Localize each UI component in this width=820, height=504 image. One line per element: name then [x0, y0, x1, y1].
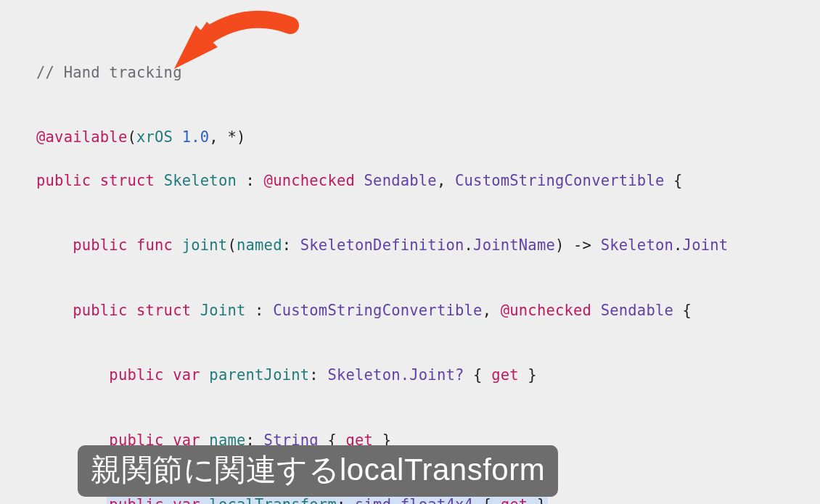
attr-available: @available [36, 128, 127, 146]
kw-get: get [491, 366, 519, 384]
punct [173, 128, 182, 146]
type-csc: CustomStringConvertible [455, 172, 664, 189]
indent [36, 302, 73, 319]
type-joint: Joint [200, 302, 246, 319]
type-joint: Joint [683, 236, 729, 254]
punct: : [337, 496, 355, 504]
punct: ) [555, 236, 565, 254]
kw-func: func [136, 236, 173, 254]
punct [155, 172, 164, 189]
punct: . [673, 236, 683, 254]
punct [164, 496, 173, 504]
punct: . [464, 236, 474, 254]
ident-joint: joint [182, 236, 228, 254]
punct [200, 496, 210, 504]
type-csc: CustomStringConvertible [273, 302, 482, 319]
kw-public: public [73, 236, 127, 254]
punct [127, 236, 136, 254]
punct: } [528, 496, 546, 504]
param-named: named [237, 236, 282, 254]
ident-localtransform: localTransform [209, 496, 337, 504]
kw-var: var [173, 366, 200, 384]
code-line-struct: public struct Skeleton : @unchecked Send… [36, 170, 820, 192]
punct: : [282, 236, 300, 254]
punct: ( [127, 128, 136, 146]
kw-var: var [173, 496, 200, 504]
punct: } [519, 366, 537, 384]
kw-public: public [36, 172, 91, 189]
punct: , [437, 172, 455, 189]
kw-get: get [501, 496, 528, 504]
indent [36, 366, 109, 384]
arrow-op: -> [565, 236, 601, 254]
kw-struct: struct [100, 172, 155, 189]
punct: : [246, 302, 274, 319]
code-line-joint-struct: public struct Joint : CustomStringConver… [36, 300, 820, 322]
punct [91, 172, 100, 189]
punct: , *) [209, 128, 245, 146]
punct: : [309, 366, 327, 384]
punct: ( [227, 236, 237, 254]
type-sendable: Sendable [364, 172, 437, 189]
ident-parentjoint: parentJoint [209, 366, 309, 384]
punct [200, 366, 210, 384]
type-jointname: JointName [473, 236, 555, 254]
attr-unchecked: @unchecked [501, 302, 591, 319]
punct [164, 366, 173, 384]
type: simd_float4x4 [355, 496, 473, 504]
code-line-available: @available(xrOS 1.0, *) [36, 127, 820, 149]
type-skeleton: Skeleton [601, 236, 673, 254]
punct [127, 302, 136, 319]
type-skeleton: Skeleton [164, 172, 237, 189]
caption-text: 親関節に関連するlocalTransform [91, 453, 545, 487]
kw-struct: struct [136, 302, 191, 319]
code-line-var-parentjoint: public var parentJoint: Skeleton.Joint? … [36, 365, 820, 387]
indent [36, 496, 109, 504]
version: 1.0 [182, 128, 210, 146]
punct: : [237, 172, 264, 189]
punct [191, 302, 200, 319]
comment-text: // Hand tracking [36, 64, 182, 81]
punct [355, 172, 364, 189]
type-skeletondef: SkeletonDefinition [300, 236, 464, 254]
platform: xrOS [136, 128, 173, 146]
kw-public: public [109, 366, 163, 384]
kw-public: public [109, 496, 163, 504]
punct: { [464, 366, 492, 384]
type-sendable: Sendable [601, 302, 673, 319]
indent [36, 236, 73, 254]
attr-unchecked: @unchecked [264, 172, 355, 189]
code-block: // Hand tracking @available(xrOS 1.0, *)… [0, 0, 820, 504]
type: Skeleton.Joint? [327, 366, 464, 384]
punct: , [483, 302, 501, 319]
punct: { [673, 302, 692, 319]
punct: { [664, 172, 682, 189]
caption-pill: 親関節に関連するlocalTransform [78, 445, 558, 497]
punct: { [473, 496, 501, 504]
punct [173, 236, 182, 254]
kw-public: public [73, 302, 127, 319]
code-line-func: public func joint(named: SkeletonDefinit… [36, 235, 820, 257]
code-line-comment: // Hand tracking [36, 62, 820, 84]
punct [591, 302, 601, 319]
